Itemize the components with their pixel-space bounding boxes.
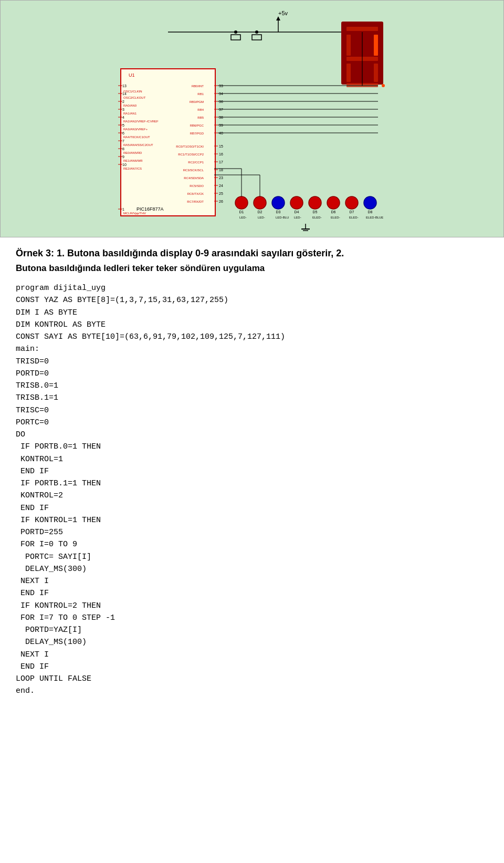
svg-text:+5v: +5v xyxy=(278,10,288,16)
svg-point-110 xyxy=(235,196,248,209)
svg-rect-12 xyxy=(374,35,378,56)
svg-text:10: 10 xyxy=(122,163,127,167)
svg-rect-10 xyxy=(346,27,378,31)
svg-text:RB4: RB4 xyxy=(197,108,204,111)
svg-text:RA5/AN4/SS/C2OUT: RA5/AN4/SS/C2OUT xyxy=(123,143,153,147)
content-area: Örnek 3: 1. Butona basıldığında display … xyxy=(0,237,504,708)
svg-text:13: 13 xyxy=(122,84,127,88)
svg-text:1: 1 xyxy=(122,207,124,211)
title-line: Örnek 3: 1. Butona basıldığında display … xyxy=(16,248,488,259)
svg-text:LED-: LED- xyxy=(294,216,301,219)
svg-text:RA3/AN3/VREF+: RA3/AN3/VREF+ xyxy=(123,128,148,131)
svg-text:MCLR/Vpp/THV: MCLR/Vpp/THV xyxy=(123,212,146,215)
svg-text:RC4/SDI/SDA: RC4/SDI/SDA xyxy=(184,176,204,180)
svg-text:ELED-: ELED- xyxy=(331,216,340,219)
svg-point-131 xyxy=(364,196,376,209)
svg-text:RA2/AN2/VREF-/CVREF: RA2/AN2/VREF-/CVREF xyxy=(123,120,159,123)
svg-text:ELED-: ELED- xyxy=(349,216,359,219)
svg-text:RB1: RB1 xyxy=(197,92,204,96)
svg-text:RC5/SDO: RC5/SDO xyxy=(190,184,204,188)
svg-text:LED-: LED- xyxy=(258,216,265,219)
svg-text:RA0/AN0: RA0/AN0 xyxy=(123,104,137,107)
subtitle-line: Butona basıldığında ledleri teker teker … xyxy=(16,263,488,274)
svg-text:RC2/CCP1: RC2/CCP1 xyxy=(188,161,204,164)
code-block: program dijital_uyg CONST YAZ AS BYTE[8]… xyxy=(16,282,488,698)
svg-text:LED-: LED- xyxy=(239,216,247,219)
svg-text:RA4/T0CK/C1OUT: RA4/T0CK/C1OUT xyxy=(123,136,150,139)
svg-text:7: 7 xyxy=(122,139,124,143)
svg-text:14: 14 xyxy=(122,92,127,96)
svg-point-119 xyxy=(290,196,303,209)
svg-point-17 xyxy=(382,84,385,87)
svg-text:RC1/T1OSI/CCP2: RC1/T1OSI/CCP2 xyxy=(178,153,204,156)
svg-point-122 xyxy=(309,196,321,209)
svg-point-125 xyxy=(327,196,340,209)
svg-text:D7: D7 xyxy=(350,210,354,214)
svg-text:3: 3 xyxy=(122,108,124,111)
svg-text:RE0/AN5/RD: RE0/AN5/RD xyxy=(123,151,142,154)
svg-text:PIC16F877A: PIC16F877A xyxy=(136,206,164,212)
svg-text:D2: D2 xyxy=(258,210,262,214)
svg-text:RB7/PGD: RB7/PGD xyxy=(190,132,204,135)
svg-text:RC7/RX/DT: RC7/RX/DT xyxy=(187,200,204,203)
svg-text:26: 26 xyxy=(219,200,223,203)
svg-point-7 xyxy=(234,30,237,34)
svg-text:RA1/AN1: RA1/AN1 xyxy=(123,112,137,115)
svg-text:RC6/TX/CK: RC6/TX/CK xyxy=(187,192,204,195)
svg-text:D1: D1 xyxy=(239,210,244,214)
svg-text:RB6/PGC: RB6/PGC xyxy=(190,124,204,127)
svg-text:D6: D6 xyxy=(331,210,336,214)
svg-text:RB3/PGM: RB3/PGM xyxy=(190,100,204,103)
svg-rect-14 xyxy=(346,64,351,82)
svg-text:RC0/T1OSO/T1CKI: RC0/T1OSO/T1CKI xyxy=(176,145,204,148)
svg-text:RB5: RB5 xyxy=(197,116,204,119)
svg-text:D8: D8 xyxy=(368,210,373,214)
svg-text:ELED-: ELED- xyxy=(312,216,322,219)
svg-text:5: 5 xyxy=(122,123,124,127)
svg-text:2: 2 xyxy=(122,100,124,103)
svg-text:RE1/AN6/WR: RE1/AN6/WR xyxy=(123,159,143,162)
svg-text:OSC2/CLKOUT: OSC2/CLKOUT xyxy=(123,96,146,99)
svg-text:17: 17 xyxy=(219,160,223,164)
svg-text:24: 24 xyxy=(219,184,223,188)
svg-point-116 xyxy=(272,196,285,209)
svg-text:D5: D5 xyxy=(313,210,318,214)
svg-text:U1: U1 xyxy=(129,72,135,78)
svg-text:LED-BLU: LED-BLU xyxy=(276,216,289,219)
svg-text:8: 8 xyxy=(122,147,124,151)
svg-point-113 xyxy=(254,196,266,209)
svg-text:4: 4 xyxy=(122,116,124,119)
svg-point-128 xyxy=(345,196,358,209)
svg-text:9: 9 xyxy=(122,155,124,159)
svg-text:RC3/SCK/SCL: RC3/SCK/SCL xyxy=(183,169,204,172)
svg-text:16: 16 xyxy=(219,152,223,156)
svg-text:RB0/INT: RB0/INT xyxy=(192,85,204,88)
svg-text:6: 6 xyxy=(122,131,124,135)
svg-text:23: 23 xyxy=(219,176,223,180)
svg-text:ELED-BLUE: ELED-BLUE xyxy=(366,216,383,219)
svg-rect-11 xyxy=(346,35,351,56)
svg-text:D3: D3 xyxy=(276,210,281,214)
svg-point-8 xyxy=(255,30,258,34)
svg-text:D4: D4 xyxy=(295,210,299,214)
svg-text:RE2/AN7/CS: RE2/AN7/CS xyxy=(123,167,142,170)
circuit-diagram: +5v PIC16F877A U1 13 OSC1/CLKIN 14 xyxy=(0,0,504,237)
svg-text:25: 25 xyxy=(219,192,223,195)
svg-rect-15 xyxy=(374,64,378,82)
svg-text:15: 15 xyxy=(219,144,223,148)
